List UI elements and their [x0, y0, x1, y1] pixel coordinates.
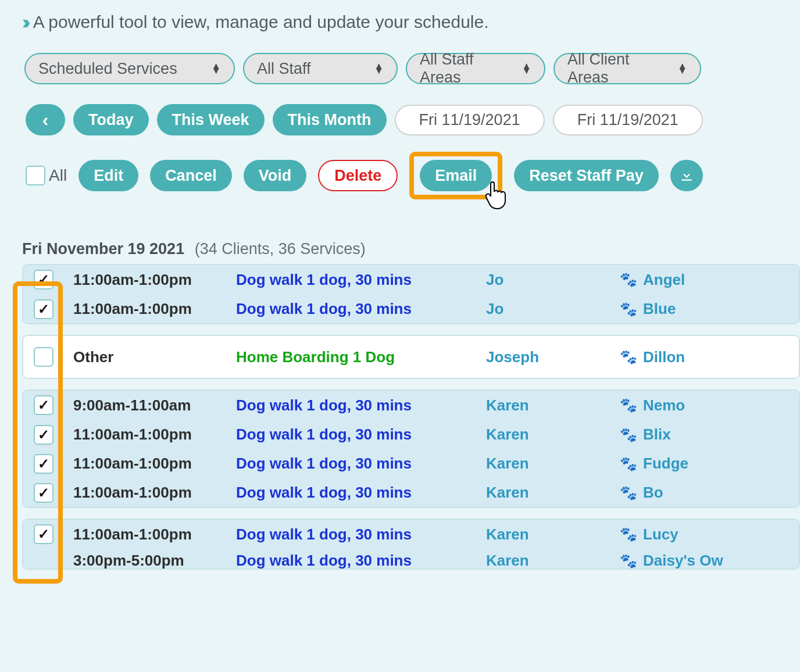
schedule-row[interactable]: ✓11:00am-1:00pmDog walk 1 dog, 30 minsKa… — [23, 520, 799, 549]
row-pet[interactable]: 🐾Daisy's Ow — [620, 552, 799, 569]
filter-client-areas[interactable]: All Client Areas ▲▼ — [553, 53, 701, 84]
cancel-button[interactable]: Cancel — [150, 160, 232, 191]
this-week-button[interactable]: This Week — [157, 104, 265, 135]
day-header: Fri November 19 2021 (34 Clients, 36 Ser… — [22, 240, 800, 258]
row-pet[interactable]: 🐾Lucy — [620, 526, 800, 544]
row-pet[interactable]: 🐾Blix — [620, 426, 800, 444]
row-pet-name: Blue — [643, 300, 676, 318]
paw-icon: 🐾 — [620, 397, 637, 413]
day-date: Fri November 19 2021 — [22, 240, 184, 258]
paw-icon: 🐾 — [620, 271, 637, 288]
row-service[interactable]: Dog walk 1 dog, 30 mins — [236, 552, 486, 569]
row-time: 11:00am-1:00pm — [73, 455, 236, 473]
row-service[interactable]: Dog walk 1 dog, 30 mins — [236, 396, 486, 414]
schedule-row[interactable]: ✓9:00am-11:00amDog walk 1 dog, 30 minsKa… — [23, 391, 799, 420]
row-time: 11:00am-1:00pm — [73, 271, 236, 289]
row-staff[interactable]: Karen — [486, 396, 620, 414]
row-service[interactable]: Dog walk 1 dog, 30 mins — [236, 426, 486, 444]
row-checkbox[interactable]: ✓ — [34, 270, 53, 289]
row-staff[interactable]: Joseph — [486, 348, 620, 366]
row-pet[interactable]: 🐾Blue — [620, 300, 800, 318]
row-pet[interactable]: 🐾Angel — [620, 271, 800, 289]
filter-services-label: Scheduled Services — [38, 60, 177, 78]
chevron-left-icon: ‹ — [42, 109, 49, 131]
row-pet[interactable]: 🐾Bo — [620, 484, 800, 502]
sort-icon: ▲▼ — [677, 64, 687, 73]
filter-staff-label: All Staff — [257, 60, 311, 78]
download-button[interactable] — [670, 160, 703, 191]
row-service[interactable]: Dog walk 1 dog, 30 mins — [236, 455, 486, 473]
select-all-checkbox[interactable] — [26, 166, 45, 185]
row-staff[interactable]: Jo — [486, 300, 620, 318]
reset-staff-pay-button[interactable]: Reset Staff Pay — [514, 160, 659, 191]
row-pet-name: Nemo — [643, 396, 685, 414]
cursor-pointer-icon — [484, 180, 509, 217]
row-checkbox[interactable]: ✓ — [34, 454, 53, 474]
delete-button[interactable]: Delete — [318, 160, 398, 191]
email-button[interactable]: Email — [420, 160, 492, 191]
row-staff[interactable]: Karen — [486, 426, 620, 444]
filter-staff[interactable]: All Staff ▲▼ — [243, 53, 398, 84]
row-time: 3:00pm-5:00pm — [73, 552, 236, 569]
row-checkbox[interactable]: ✓ — [34, 425, 53, 445]
row-checkbox[interactable] — [34, 347, 53, 367]
row-staff[interactable]: Jo — [486, 271, 620, 289]
row-pet[interactable]: 🐾Nemo — [620, 396, 800, 414]
row-pet[interactable]: 🐾Dillon — [620, 348, 800, 366]
day-meta: (34 Clients, 36 Services) — [195, 240, 366, 258]
row-checkbox[interactable]: ✓ — [34, 395, 53, 415]
schedule-row[interactable]: ✓11:00am-1:00pmDog walk 1 dog, 30 minsKa… — [23, 420, 799, 449]
row-time: 11:00am-1:00pm — [73, 426, 236, 444]
schedule-row[interactable]: ✓11:00am-1:00pmDog walk 1 dog, 30 minsJo… — [23, 265, 799, 294]
row-staff[interactable]: Karen — [486, 526, 620, 544]
row-pet[interactable]: 🐾Fudge — [620, 455, 800, 473]
row-time: 11:00am-1:00pm — [73, 300, 236, 318]
page-tagline: A powerful tool to view, manage and upda… — [33, 12, 489, 32]
row-staff[interactable]: Karen — [486, 484, 620, 502]
row-pet-name: Fudge — [643, 455, 688, 473]
paw-icon: 🐾 — [620, 349, 637, 365]
select-all-label: All — [49, 166, 67, 185]
filter-client-areas-label: All Client Areas — [567, 51, 666, 87]
paw-icon: 🐾 — [620, 485, 637, 501]
date-from-input[interactable]: Fri 11/19/2021 — [395, 105, 545, 135]
row-pet-name: Daisy's Ow — [643, 552, 723, 569]
void-button[interactable]: Void — [244, 160, 307, 191]
schedule-list: ✓11:00am-1:00pmDog walk 1 dog, 30 minsJo… — [22, 264, 800, 570]
row-service[interactable]: Home Boarding 1 Dog — [236, 348, 486, 366]
chevron-double-right-icon: ›› — [22, 10, 26, 33]
schedule-row[interactable]: ✓11:00am-1:00pmDog walk 1 dog, 30 minsKa… — [23, 449, 799, 478]
row-time: 11:00am-1:00pm — [73, 526, 236, 544]
schedule-row[interactable]: ✓11:00am-1:00pmDog walk 1 dog, 30 minsJo… — [23, 294, 799, 323]
paw-icon: 🐾 — [620, 553, 637, 569]
this-month-button[interactable]: This Month — [273, 104, 387, 135]
row-service[interactable]: Dog walk 1 dog, 30 mins — [236, 484, 486, 502]
schedule-row[interactable]: OtherHome Boarding 1 DogJoseph🐾Dillon — [23, 336, 799, 378]
row-checkbox[interactable]: ✓ — [34, 524, 53, 544]
row-checkbox[interactable]: ✓ — [34, 483, 53, 503]
edit-button[interactable]: Edit — [78, 160, 138, 191]
paw-icon: 🐾 — [620, 456, 637, 472]
row-service[interactable]: Dog walk 1 dog, 30 mins — [236, 526, 486, 544]
row-time: 9:00am-11:00am — [73, 396, 236, 414]
paw-icon: 🐾 — [620, 526, 637, 542]
today-button[interactable]: Today — [73, 104, 149, 135]
schedule-row[interactable]: ✓11:00am-1:00pmDog walk 1 dog, 30 minsKa… — [23, 478, 799, 507]
prev-button[interactable]: ‹ — [26, 104, 65, 135]
row-staff[interactable]: Karen — [486, 552, 620, 569]
filter-staff-areas[interactable]: All Staff Areas ▲▼ — [406, 53, 545, 84]
row-pet-name: Lucy — [643, 526, 678, 544]
row-service[interactable]: Dog walk 1 dog, 30 mins — [236, 271, 486, 289]
date-to-input[interactable]: Fri 11/19/2021 — [553, 105, 703, 135]
schedule-row[interactable]: 3:00pm-5:00pmDog walk 1 dog, 30 minsKare… — [23, 549, 799, 569]
paw-icon: 🐾 — [620, 427, 637, 443]
download-icon — [679, 168, 694, 183]
row-pet-name: Angel — [643, 271, 685, 289]
row-service[interactable]: Dog walk 1 dog, 30 mins — [236, 300, 486, 318]
row-staff[interactable]: Karen — [486, 455, 620, 473]
row-time: 11:00am-1:00pm — [73, 484, 236, 502]
filter-services[interactable]: Scheduled Services ▲▼ — [24, 53, 235, 84]
row-pet-name: Dillon — [643, 348, 685, 366]
sort-icon: ▲▼ — [211, 64, 221, 73]
row-checkbox[interactable]: ✓ — [34, 299, 53, 319]
